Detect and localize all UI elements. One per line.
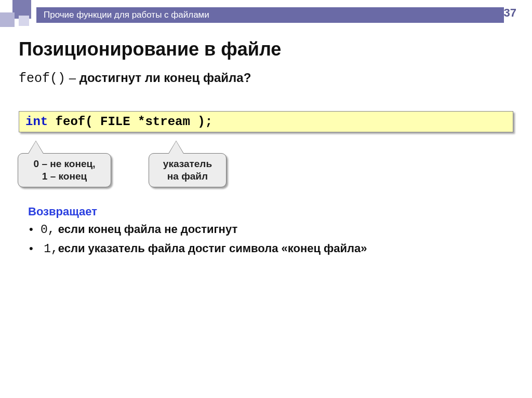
func-name: feof()	[19, 71, 65, 86]
callouts-row: 0 – не конец, 1 – конец указатель на фай…	[19, 135, 513, 193]
callout2-line2: на файл	[158, 170, 217, 183]
corner-decoration	[0, 0, 31, 31]
callout1-line2: 1 – конец	[28, 170, 101, 183]
ret-text: если указатель файла достиг символа «кон…	[58, 242, 367, 255]
ret-code: 1,	[44, 242, 58, 256]
subtitle: feof() – достигнут ли конец файла?	[19, 71, 513, 86]
returns-label: Возвращает	[28, 205, 513, 218]
slide-content: Позиционирование в файле feof() – достиг…	[0, 23, 532, 256]
page-number: 37	[504, 6, 516, 20]
callout-file-pointer: указатель на файл	[149, 153, 227, 187]
list-item: 0, если конец файла не достигнут	[29, 223, 513, 237]
callout-return-value: 0 – не конец, 1 – конец	[18, 153, 111, 187]
breadcrumb-text: Прочие функции для работы с файлами	[44, 10, 209, 20]
slide-header: Прочие функции для работы с файлами 37	[0, 0, 532, 23]
ret-code: 0,	[41, 223, 55, 237]
subtitle-text: достигнут ли конец файла?	[79, 71, 251, 85]
callout1-line1: 0 – не конец,	[28, 158, 101, 170]
callout2-line1: указатель	[158, 158, 217, 170]
page-title: Позиционирование в файле	[19, 38, 513, 60]
breadcrumb: Прочие функции для работы с файлами	[36, 7, 504, 23]
callout-connector-icon	[169, 141, 183, 154]
code-keyword: int	[25, 115, 48, 129]
code-signature: int feof( FILE *stream );	[19, 111, 513, 132]
callout-connector-icon	[29, 141, 43, 154]
code-rest: feof( FILE *stream );	[48, 115, 212, 129]
ret-text: если конец файла не достигнут	[55, 223, 238, 236]
list-item: 1,если указатель файла достиг символа «к…	[29, 242, 513, 256]
subtitle-dash: –	[65, 71, 79, 85]
returns-list: 0, если конец файла не достигнут 1,если …	[29, 223, 513, 256]
